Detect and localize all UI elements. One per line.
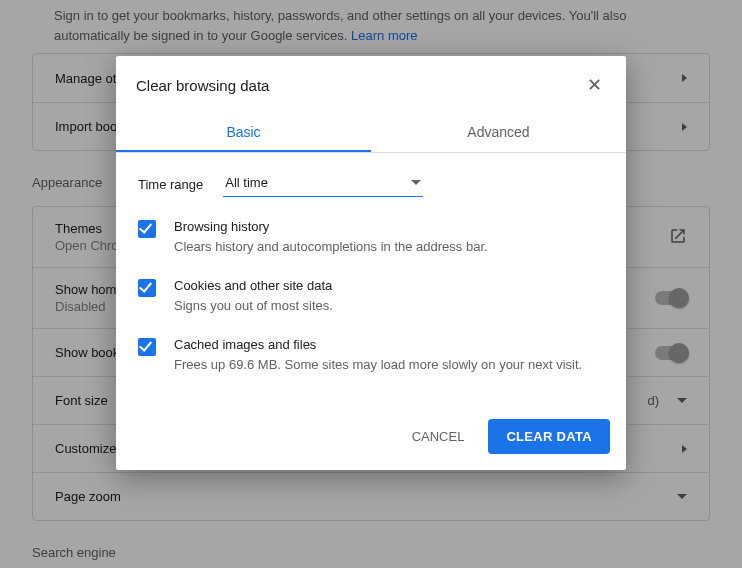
tab-advanced[interactable]: Advanced xyxy=(371,112,626,152)
checkbox-browsing-history[interactable] xyxy=(138,220,156,238)
cancel-button[interactable]: CANCEL xyxy=(402,419,475,454)
dialog-tabs: Basic Advanced xyxy=(116,112,626,153)
close-icon[interactable]: ✕ xyxy=(583,72,606,98)
dialog-title: Clear browsing data xyxy=(136,77,269,94)
option-title: Browsing history xyxy=(174,219,488,234)
dialog-actions: CANCEL CLEAR DATA xyxy=(116,405,626,470)
option-title: Cached images and files xyxy=(174,337,582,352)
option-cookies: Cookies and other site data Signs you ou… xyxy=(138,278,604,315)
option-desc: Clears history and autocompletions in th… xyxy=(174,238,488,256)
time-range-select[interactable]: All time xyxy=(223,171,423,197)
chevron-down-icon xyxy=(411,180,421,185)
clear-data-button[interactable]: CLEAR DATA xyxy=(488,419,610,454)
tab-basic[interactable]: Basic xyxy=(116,112,371,152)
checkbox-cached[interactable] xyxy=(138,338,156,356)
option-title: Cookies and other site data xyxy=(174,278,333,293)
option-desc: Frees up 69.6 MB. Some sites may load mo… xyxy=(174,356,582,374)
dialog-header: Clear browsing data ✕ xyxy=(116,56,626,98)
time-range-row: Time range All time xyxy=(138,171,604,197)
time-range-label: Time range xyxy=(138,177,203,192)
modal-overlay: Clear browsing data ✕ Basic Advanced Tim… xyxy=(0,0,742,568)
time-range-value: All time xyxy=(225,175,268,190)
checkbox-cookies[interactable] xyxy=(138,279,156,297)
option-desc: Signs you out of most sites. xyxy=(174,297,333,315)
clear-browsing-data-dialog: Clear browsing data ✕ Basic Advanced Tim… xyxy=(116,56,626,470)
dialog-body: Time range All time Browsing history Cle… xyxy=(116,153,626,405)
option-cached: Cached images and files Frees up 69.6 MB… xyxy=(138,337,604,374)
option-browsing-history: Browsing history Clears history and auto… xyxy=(138,219,604,256)
